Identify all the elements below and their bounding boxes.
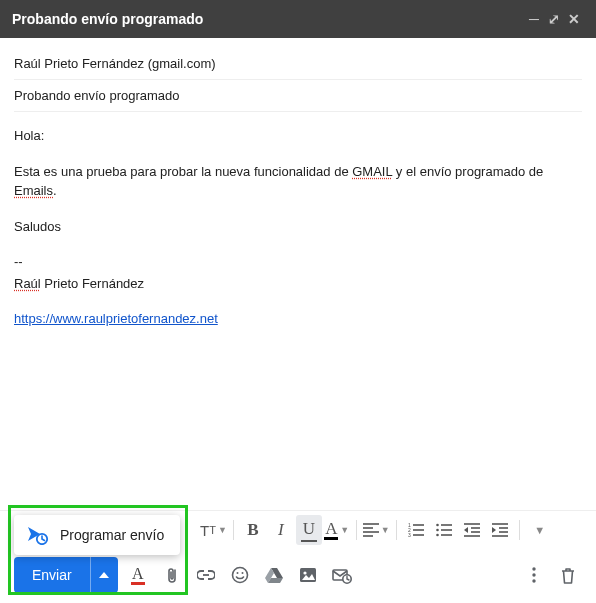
body-line1: Esta es una prueba para probar la nueva …: [14, 162, 582, 201]
toolbar-divider: [233, 520, 234, 540]
toolbar-divider: [396, 520, 397, 540]
text-color-button[interactable]: A▼: [324, 515, 350, 545]
insert-emoji-icon[interactable]: [226, 561, 254, 589]
svg-marker-25: [492, 527, 496, 533]
svg-point-39: [532, 567, 535, 570]
send-button[interactable]: Enviar: [14, 557, 90, 593]
svg-marker-20: [464, 527, 468, 533]
svg-point-36: [303, 571, 306, 574]
underline-button[interactable]: U: [296, 515, 322, 545]
more-formatting-button[interactable]: ▼: [526, 515, 552, 545]
svg-point-30: [236, 572, 238, 574]
svg-point-13: [436, 524, 439, 527]
text-format-toggle[interactable]: A: [124, 561, 152, 589]
numbered-list-button[interactable]: 123: [403, 515, 429, 545]
schedule-send-label: Programar envío: [60, 527, 164, 543]
indent-more-button[interactable]: [487, 515, 513, 545]
toolbar-divider: [356, 520, 357, 540]
minimize-icon[interactable]: ─: [524, 11, 544, 27]
bulleted-list-button[interactable]: [431, 515, 457, 545]
discard-draft-icon[interactable]: [554, 561, 582, 589]
compose-titlebar: Probando envío programado ─ ⤢ ✕: [0, 0, 596, 38]
indent-less-button[interactable]: [459, 515, 485, 545]
align-button[interactable]: ▼: [363, 515, 390, 545]
send-more-button[interactable]: [90, 557, 118, 593]
expand-icon[interactable]: ⤢: [544, 11, 564, 27]
svg-point-31: [241, 572, 243, 574]
window-title: Probando envío programado: [12, 11, 524, 27]
svg-point-41: [532, 579, 535, 582]
body-greeting: Hola:: [14, 126, 582, 146]
send-button-group: Enviar: [14, 557, 118, 593]
svg-text:3: 3: [408, 532, 411, 537]
attach-file-icon[interactable]: [158, 561, 186, 589]
confidential-mode-icon[interactable]: [328, 561, 356, 589]
spell-word: Emails: [14, 183, 53, 198]
spell-word: GMAIL: [352, 164, 392, 179]
signature-link[interactable]: https://www.raulprietofernandez.net: [14, 311, 218, 326]
body-closing: Saludos: [14, 217, 582, 237]
signature-name: Raúl Prieto Fernández: [14, 274, 582, 294]
insert-drive-icon[interactable]: [260, 561, 288, 589]
insert-photo-icon[interactable]: [294, 561, 322, 589]
svg-point-29: [232, 568, 247, 583]
svg-marker-27: [99, 572, 109, 578]
more-options-icon[interactable]: [520, 561, 548, 589]
subject-field[interactable]: Probando envío programado: [14, 80, 582, 112]
toolbar-divider: [519, 520, 520, 540]
schedule-send-menu-item[interactable]: Programar envío: [14, 515, 180, 555]
font-size-button[interactable]: TT▼: [200, 515, 227, 545]
insert-link-icon[interactable]: [192, 561, 220, 589]
svg-point-40: [532, 573, 535, 576]
header-fields: Raúl Prieto Fernández (gmail.com) Proban…: [0, 38, 596, 112]
italic-button[interactable]: I: [268, 515, 294, 545]
compose-actions: Programar envío Enviar A: [0, 549, 596, 603]
signature-separator: --: [14, 252, 582, 272]
svg-point-15: [436, 534, 439, 537]
close-icon[interactable]: ✕: [564, 11, 584, 27]
message-body[interactable]: Hola: Esta es una prueba para probar la …: [0, 112, 596, 510]
svg-point-14: [436, 529, 439, 532]
bold-button[interactable]: B: [240, 515, 266, 545]
schedule-send-icon: [26, 525, 50, 545]
to-field[interactable]: Raúl Prieto Fernández (gmail.com): [14, 48, 582, 80]
